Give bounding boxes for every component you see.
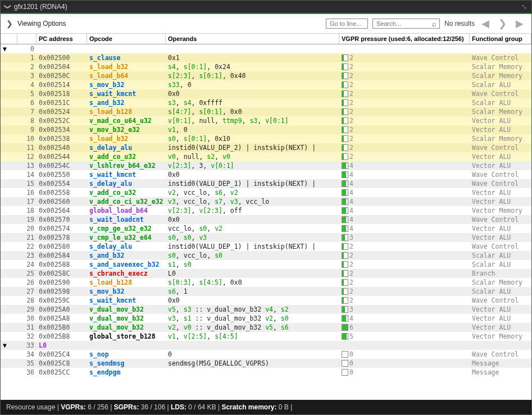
opcode: s_load_b32 [87,63,166,71]
operands: 0x0 [166,90,339,98]
table-row[interactable]: 190x002570s_wait_loadcnt0x04Wave Control [1,215,531,224]
table-row[interactable]: 140x002550s_wait_kmcnt0x04Wave Control [1,170,531,179]
expand-row-icon[interactable]: ▼ [3,341,7,349]
functional-group: Wave Control [470,171,531,179]
vgpr-pressure: 5 [339,332,470,340]
opcode: v_lshlrev_b64_e32 [87,162,166,170]
table-row[interactable]: ▼0 [1,44,531,53]
vgpr-pressure: 2 [339,54,470,62]
pc-address: 0x002574 [37,225,87,232]
table-row[interactable]: 210x002578v_cmp_le_u32_e64s0, s0, v33Vec… [1,233,531,242]
goto-line-input[interactable] [326,19,368,29]
line-number: 20 [17,225,37,232]
line-number: 6 [17,99,37,107]
header-vgpr: VGPR pressure (used:6, allocated:12/256) [339,34,470,44]
pc-address: 0x0025A8 [37,314,87,322]
operands: s0, s[0:1], 0x10 [166,135,339,143]
table-row[interactable]: 80x00252Cv_mad_co_u64_u32v[0:1], null, t… [1,116,531,125]
table-row[interactable]: ▼33L0 [1,341,531,350]
expand-row-icon[interactable]: ▼ [3,45,7,53]
viewing-options-label[interactable]: Viewing Options [17,20,66,28]
functional-group: Wave Control [470,297,531,304]
table-row[interactable]: 90x002534v_mov_b32_e32v1, 02Vector ALU [1,125,531,134]
table-row[interactable]: 150x002554s_delay_aluinstid0(VALU_DEP_1)… [1,179,531,188]
line-number: 2 [17,63,37,71]
opcode: v_add_co_u32 [87,153,166,161]
opcode: s_endpgm [87,368,166,376]
opcode: global_load_b64 [87,207,166,215]
table-row[interactable]: 160x002558v_add_co_u32v2, vcc_lo, s6, v2… [1,188,531,197]
pc-address: 0x002558 [37,189,87,197]
table-row[interactable]: 70x002524s_load_b128s[4:7], s[0:1], 0x02… [1,107,531,116]
operands: v1, v[2:5], s[4:5] [166,332,339,340]
functional-group: Vector ALU [470,153,531,161]
down-arrow-icon[interactable]: ❯ [496,17,509,30]
pc-address: 0x002550 [37,171,87,179]
opcode: v_dual_mov_b32 [87,314,166,322]
table-row[interactable]: 220x002580s_delay_aluinstid0(VALU_DEP_1)… [1,242,531,251]
table-row[interactable]: 350x0025C8s_sendmsgsendmsg(MSG_DEALLOC_V… [1,359,531,368]
line-number: 21 [17,234,37,241]
operands: s[0:3], s[4:5], 0x0 [166,279,339,286]
no-results-label: No results [444,20,475,28]
table-row[interactable]: 300x0025A8v_dual_mov_b32v3, s1 :: v_dual… [1,314,531,323]
pc-address: 0x00252C [37,117,87,125]
search-input[interactable] [372,19,440,29]
table-row[interactable]: 120x002544v_add_co_u32v0, null, s2, v02V… [1,152,531,161]
next-arrow-icon[interactable]: ▶ [513,17,526,30]
table-row[interactable]: 310x0025B0v_dual_mov_b32v2, v0 :: v_dual… [1,323,531,332]
table-row[interactable]: 320x0025B8global_store_b128v1, v[2:5], s… [1,332,531,341]
operands: 0x0 [166,216,339,224]
table-row[interactable]: 200x002574v_cmp_ge_u32_e32vcc_lo, s0, v2… [1,224,531,233]
table-row[interactable]: 230x002584s_and_b32s0, vcc_lo, s02Scalar… [1,251,531,260]
opcode: s_cbranch_execz [87,270,166,277]
line-number: 25 [17,270,37,277]
operands: s[2:3], s[0:1], 0x40 [166,72,339,80]
table-row[interactable]: 340x0025C4s_nop00Wave Control [1,350,531,359]
table-row[interactable]: 280x00259Cs_wait_kmcnt0x02Wave Control [1,296,531,305]
table-row[interactable]: 170x002560v_add_co_ci_u32_e32v3, vcc_lo,… [1,197,531,206]
vgpr-pressure: 3 [339,234,470,241]
pc-address: 0x00251C [37,99,87,107]
operands: v1, 0 [166,126,339,134]
table-row[interactable]: 30x00250Cs_load_b64s[2:3], s[0:1], 0x402… [1,71,531,80]
line-number: 34 [17,350,37,358]
collapse-icon[interactable]: ❯ [4,4,12,10]
prev-arrow-icon[interactable]: ◀ [479,17,492,30]
table-row[interactable]: 60x00251Cs_and_b32s3, s4, 0xffff2Scalar … [1,98,531,107]
functional-group: Vector ALU [470,162,531,170]
functional-group: Vector Memory [470,207,531,215]
functional-group: Branch [470,270,531,277]
vgpr-pressure: 0 [339,350,470,358]
search-icon[interactable]: ⌕ [432,20,436,28]
pc-address: 0x0025C4 [37,350,87,358]
instruction-table[interactable]: ▼010x002500s_clause0x12Wave Control20x00… [1,44,531,400]
table-row[interactable]: 180x002564global_load_b64v[2:3], v[2:3],… [1,206,531,215]
expand-icon[interactable]: ❯ [6,19,13,28]
table-row[interactable]: 360x0025CCs_endpgm0Message [1,368,531,377]
resize-icon[interactable]: ⤡ [521,3,527,11]
line-number: 9 [17,126,37,134]
functional-group: Vector ALU [470,234,531,241]
table-row[interactable]: 50x002518s_wait_kmcnt0x02Wave Control [1,89,531,98]
pc-address: 0x0025B0 [37,323,87,331]
pc-address: 0x002560 [37,198,87,206]
line-number: 17 [17,198,37,206]
table-row[interactable]: 110x002540s_delay_aluinstid0(VALU_DEP_2)… [1,143,531,152]
table-row[interactable]: 250x00258Cs_cbranch_execzL02Branch [1,269,531,278]
table-row[interactable]: 20x002504s_load_b32s4, s[0:1], 0x242Scal… [1,62,531,71]
table-row[interactable]: 270x002598s_mov_b32s6, 12Scalar ALU [1,287,531,296]
functional-group: Vector ALU [470,198,531,206]
pc-address: 0x002598 [37,288,87,295]
functional-group: Vector ALU [470,314,531,322]
table-row[interactable]: 290x0025A0v_dual_mov_b32v5, s3 :: v_dual… [1,305,531,314]
opcode: s_sendmsg [87,359,166,367]
table-row[interactable]: 10x002500s_clause0x12Wave Control [1,53,531,62]
table-row[interactable]: 130x00254Cv_lshlrev_b64_e32v[2:3], 3, v[… [1,161,531,170]
vgpr-pressure: 4 [339,171,470,179]
table-row[interactable]: 240x002588s_and_saveexec_b32s1, s02Scala… [1,260,531,269]
table-row[interactable]: 40x002514s_mov_b32s33, 02Scalar ALU [1,80,531,89]
table-row[interactable]: 100x002538s_load_b32s0, s[0:1], 0x102Sca… [1,134,531,143]
opcode: v_cmp_le_u32_e64 [87,234,166,241]
table-row[interactable]: 260x002590s_load_b128s[0:3], s[4:5], 0x0… [1,278,531,287]
